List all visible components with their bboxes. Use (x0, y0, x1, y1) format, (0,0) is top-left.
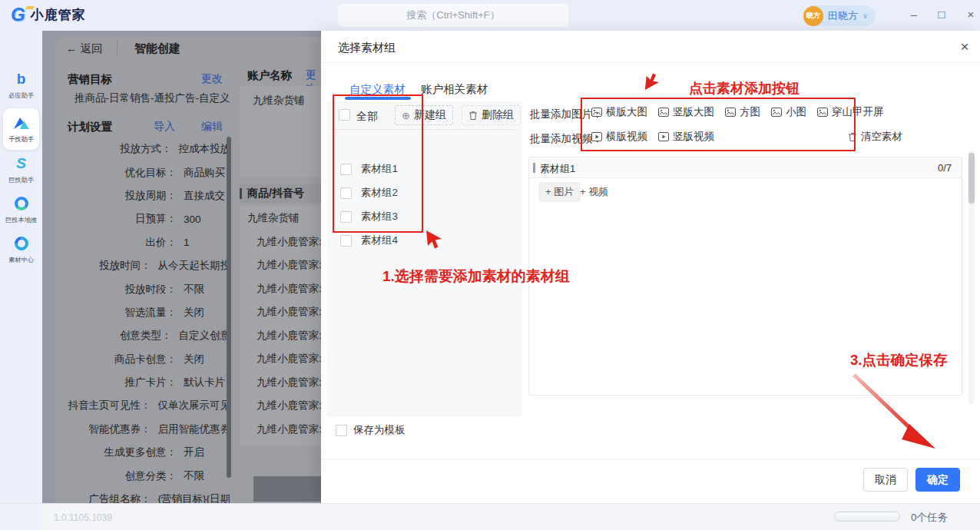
modal-scrollbar-thumb[interactable] (968, 153, 975, 204)
group-row-4[interactable]: 素材组4 (340, 234, 398, 247)
material-center-icon (12, 234, 31, 253)
group-checkbox[interactable] (340, 235, 352, 247)
annotation-rect-group-list (333, 94, 423, 233)
sidebar-item-qiantou[interactable]: 千投助手 (0, 113, 42, 144)
app-name: 小鹿管家 (31, 6, 86, 24)
add-image-button[interactable]: + 图片 (538, 182, 581, 202)
sidebar-item-material-center[interactable]: 素材中心 (0, 234, 42, 265)
logo-icon: G (11, 4, 25, 25)
annotation-step2: 点击素材添加按钮 (689, 79, 800, 98)
annotation-long-arrow (843, 367, 943, 458)
maximize-button[interactable]: □ (934, 8, 949, 21)
group-panel-header: 素材组1 0/7 (529, 157, 962, 178)
sidebar-item-local-push[interactable]: 巨投本地推 (0, 194, 42, 225)
version-label: 1.0.1105.1039 (54, 512, 112, 523)
save-as-template[interactable]: 保存为模板 (336, 423, 406, 437)
confirm-button[interactable]: 确定 (915, 468, 960, 492)
window-close-button[interactable]: × (963, 8, 978, 21)
s-lightning-icon: S (16, 156, 26, 171)
task-count-label: 0个任务 (911, 511, 948, 525)
minimize-button[interactable]: – (906, 8, 922, 21)
local-push-icon (15, 197, 28, 210)
sidebar-item-jutou[interactable]: S 巨投助手 (0, 154, 42, 185)
group-panel-title: 素材组1 (540, 162, 575, 176)
tab-account-material[interactable]: 账户相关素材 (421, 82, 488, 97)
delete-group-button[interactable]: 删除组 (462, 105, 521, 125)
annotation-cursor-arrow-buttons (644, 73, 661, 91)
dialog-footer-divider (321, 459, 980, 459)
search-placeholder: 搜索（Ctrl+Shift+F） (406, 8, 499, 22)
sidebar-item-biying[interactable]: b 必应助手 (0, 69, 42, 101)
annotation-cursor-arrow-list (425, 229, 443, 249)
dialog-header-divider (321, 62, 980, 63)
app-window: G 小鹿管家 搜索（Ctrl+Shift+F） 晓方 田晓方 ∨ – □ × b… (0, 0, 980, 530)
mountain-icon (13, 116, 30, 130)
global-search-input[interactable]: 搜索（Ctrl+Shift+F） (338, 4, 568, 27)
statusbar-left-block (0, 504, 42, 530)
group-accent-bar (533, 163, 535, 173)
statusbar: 1.0.1105.1039 0个任务 (0, 503, 980, 530)
save-template-checkbox[interactable] (336, 425, 347, 436)
avatar: 晓方 (803, 6, 823, 26)
titlebar: G 小鹿管家 搜索（Ctrl+Shift+F） 晓方 田晓方 ∨ – □ × (0, 0, 980, 31)
annotation-step1: 1.选择需要添加素材的素材组 (382, 267, 570, 287)
sidebar: b 必应助手 千投助手 S 巨投助手 巨投本地推 素材中心 (0, 31, 42, 503)
group-count-badge: 0/7 (938, 162, 952, 174)
app-logo: G 小鹿管家 (11, 5, 86, 25)
clear-material-button[interactable]: 清空素材 (848, 130, 902, 144)
select-material-group-dialog: 选择素材组 × 自定义素材 账户相关素材 全部 ⊕ 新建组 删除组 素材组1 (321, 31, 980, 503)
task-progressbar (834, 512, 900, 522)
chevron-down-icon: ∨ (862, 12, 868, 20)
close-icon[interactable]: × (957, 38, 972, 55)
annotation-rect-batch-buttons (581, 98, 856, 151)
cancel-button[interactable]: 取消 (863, 468, 908, 492)
bing-assistant-icon: b (17, 71, 26, 87)
trash-icon (468, 111, 478, 121)
add-video-button[interactable]: + 视频 (580, 185, 608, 199)
user-menu[interactable]: 晓方 田晓方 ∨ (803, 5, 876, 26)
dialog-title: 选择素材组 (338, 41, 396, 55)
save-template-label: 保存为模板 (353, 423, 406, 437)
modal-dim-overlay (42, 31, 321, 503)
user-name: 田晓方 (828, 9, 858, 23)
